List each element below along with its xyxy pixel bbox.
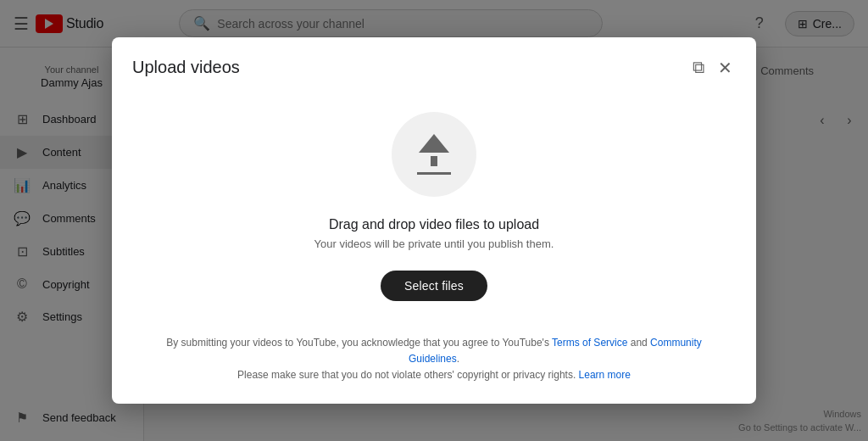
modal-body: Drag and drop video files to upload Your… — [112, 95, 756, 321]
drag-subtext: Your videos will be private until you pu… — [314, 237, 554, 250]
modal-footer: By submitting your videos to YouTube, yo… — [112, 321, 756, 405]
footer-prefix: By submitting your videos to YouTube, yo… — [166, 337, 552, 349]
footer-line2-prefix: Please make sure that you do not violate… — [237, 369, 579, 381]
footer-text-line2: Please make sure that you do not violate… — [146, 367, 722, 383]
arrow-stem — [431, 156, 437, 166]
upload-circle — [392, 112, 476, 197]
modal-overlay: Upload videos ⧉ ✕ Drag and drop video fi… — [0, 0, 868, 441]
close-button[interactable]: ✕ — [715, 54, 736, 81]
footer-suffix: . — [457, 353, 459, 365]
modal-title: Upload videos — [132, 58, 240, 77]
modal-header: Upload videos ⧉ ✕ — [112, 37, 756, 95]
terms-of-service-link[interactable]: Terms of Service — [552, 337, 627, 349]
footer-text-line1: By submitting your videos to YouTube, yo… — [146, 335, 722, 367]
arrow-head — [419, 134, 449, 153]
close-icon: ✕ — [718, 58, 732, 78]
upload-arrow-icon — [417, 134, 451, 175]
arrow-base — [417, 172, 451, 175]
learn-more-link[interactable]: Learn more — [579, 369, 631, 381]
expand-button[interactable]: ⧉ — [689, 54, 708, 81]
select-files-button[interactable]: Select files — [381, 271, 487, 301]
drag-text: Drag and drop video files to upload — [329, 217, 539, 232]
upload-modal: Upload videos ⧉ ✕ Drag and drop video fi… — [112, 37, 756, 405]
modal-header-actions: ⧉ ✕ — [689, 54, 736, 81]
footer-and: and — [627, 337, 650, 349]
expand-icon: ⧉ — [693, 58, 704, 77]
